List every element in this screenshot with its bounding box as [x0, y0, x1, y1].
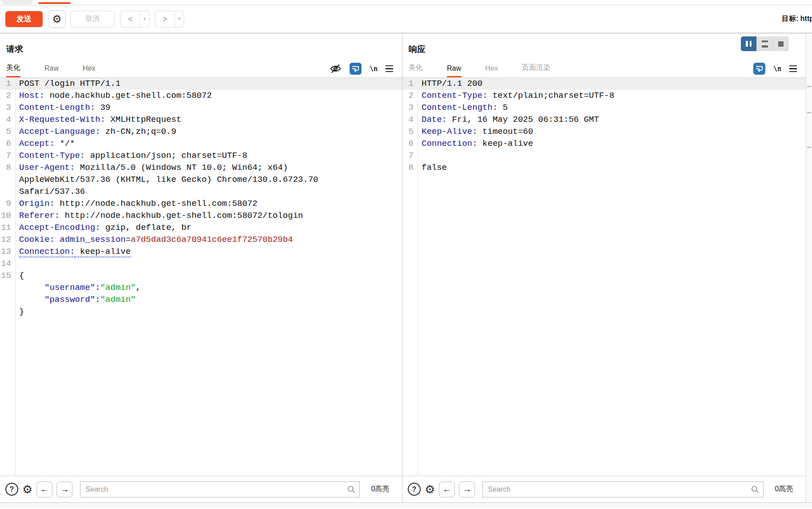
line-text — [15, 258, 19, 270]
code-line[interactable]: 3Content-Length: 39 — [0, 102, 402, 114]
layout-rows-button[interactable] — [757, 36, 773, 51]
find-previous-button[interactable]: ← — [439, 481, 455, 497]
code-line[interactable]: AppleWebKit/537.36 (KHTML, like Gecko) C… — [0, 174, 402, 186]
newline-marker-icon[interactable]: \n — [370, 65, 378, 73]
magnifier-icon — [347, 485, 356, 494]
code-line[interactable]: 11Accept-Encoding: gzip, deflate, br — [0, 222, 402, 234]
code-line[interactable]: 5Keep-Alive: timeout=60 — [402, 126, 806, 138]
line-number: 9 — [0, 198, 15, 210]
response-editor[interactable]: 1HTTP/1.1 2002Content-Type: text/plain;c… — [402, 77, 806, 476]
tab-request-raw[interactable]: Raw — [44, 64, 59, 77]
line-text: AppleWebKit/537.36 (KHTML, like Gecko) C… — [15, 174, 318, 186]
line-number: 5 — [0, 126, 15, 138]
response-search-input[interactable] — [482, 481, 764, 497]
layout-columns-button[interactable] — [741, 36, 757, 51]
line-text: HTTP/1.1 200 — [418, 78, 482, 90]
code-line[interactable]: } — [0, 306, 402, 318]
layout-single-button[interactable] — [773, 36, 789, 51]
code-line[interactable]: 4X-Requested-With: XMLHttpRequest — [0, 114, 402, 126]
history-forward-split-button[interactable]: > ▼ — [155, 11, 184, 28]
line-text: User-Agent: Mozilla/5.0 (Windows NT 10.0… — [15, 162, 288, 174]
code-line[interactable]: 9Origin: http://node.hackhub.get-shell.c… — [0, 198, 402, 210]
tab-response-pretty[interactable]: 美化 — [409, 63, 423, 77]
find-previous-button[interactable]: ← — [36, 481, 52, 497]
code-line[interactable]: 14 — [0, 258, 402, 270]
line-number — [0, 282, 15, 294]
code-line[interactable]: 13Connection: keep-alive — [0, 246, 402, 258]
forward-chevron-icon[interactable]: > — [155, 11, 175, 27]
code-line[interactable]: 15{ — [0, 270, 402, 282]
line-number — [0, 306, 15, 318]
search-help-icon[interactable]: ? — [5, 483, 18, 496]
code-line[interactable]: 1POST /login HTTP/1.1 — [0, 78, 402, 90]
line-number: 3 — [0, 102, 15, 114]
code-line[interactable]: 10Referer: http://node.hackhub.get-shell… — [0, 210, 402, 222]
code-line[interactable]: 2Content-Type: text/plain;charset=UTF-8 — [402, 90, 806, 102]
response-search-field-wrap — [482, 481, 764, 497]
code-line[interactable]: 1HTTP/1.1 200 — [402, 78, 806, 90]
tab-response-raw[interactable]: Raw — [447, 64, 461, 77]
history-back-split-button[interactable]: < ▼ — [120, 11, 149, 28]
cancel-button[interactable]: 取消 — [70, 11, 115, 28]
line-number — [0, 294, 15, 306]
code-line[interactable]: 8false — [402, 162, 806, 174]
tab-response-render[interactable]: 页面渲染 — [522, 63, 550, 77]
forward-dropdown-caret-icon[interactable]: ▼ — [175, 11, 184, 27]
magnifier-icon — [751, 485, 760, 494]
line-text: "password":"admin" — [15, 294, 136, 306]
line-number: 8 — [0, 162, 15, 174]
code-line[interactable]: 12Cookie: admin_session=a7d5dad3c6a70941… — [0, 234, 402, 246]
editor-menu-icon[interactable] — [789, 65, 797, 72]
code-line[interactable]: 8User-Agent: Mozilla/5.0 (Windows NT 10.… — [0, 162, 402, 174]
inactive-repeater-tab[interactable] — [1, 0, 33, 4]
newline-marker-icon[interactable]: \n — [773, 65, 781, 73]
line-number — [0, 174, 15, 186]
back-dropdown-caret-icon[interactable]: ▼ — [140, 11, 149, 27]
tab-request-hex[interactable]: Hex — [83, 64, 95, 77]
tab-request-pretty[interactable]: 美化 — [6, 63, 20, 77]
line-number: 15 — [0, 270, 15, 282]
code-line[interactable]: 7 — [402, 150, 806, 162]
target-label: 目标: http — [782, 14, 812, 24]
request-search-field-wrap — [80, 481, 360, 497]
back-chevron-icon[interactable]: < — [121, 11, 140, 27]
code-line[interactable]: "username":"admin", — [0, 282, 402, 294]
editor-menu-icon[interactable] — [386, 65, 393, 72]
code-line[interactable]: Safari/537.36 — [0, 186, 402, 198]
code-line[interactable]: 5Accept-Language: zh-CN,zh;q=0.9 — [0, 126, 402, 138]
code-line[interactable]: 7Content-Type: application/json; charset… — [0, 150, 402, 162]
code-line[interactable]: 6Connection: keep-alive — [402, 138, 806, 150]
line-number: 8 — [402, 162, 418, 174]
line-text: Content-Length: 5 — [418, 102, 508, 114]
hide-invisible-chars-icon[interactable] — [330, 63, 342, 75]
code-line[interactable]: 6Accept: */* — [0, 138, 402, 150]
line-text: Accept-Language: zh-CN,zh;q=0.9 — [15, 126, 176, 138]
code-line[interactable]: 2Host: node.hackhub.get-shell.com:58072 — [0, 90, 402, 102]
request-search-bar: ? ⚙ ← → 0高亮 — [0, 476, 402, 502]
word-wrap-icon[interactable] — [753, 63, 765, 75]
search-settings-icon[interactable]: ⚙ — [425, 484, 435, 495]
code-line[interactable]: "password":"admin" — [0, 294, 402, 306]
code-line[interactable]: 3Content-Length: 5 — [402, 102, 806, 114]
line-text: Content-Type: application/json; charset=… — [15, 150, 247, 162]
line-number: 3 — [402, 102, 418, 114]
send-settings-button[interactable]: ⚙ — [48, 10, 66, 28]
word-wrap-icon[interactable] — [350, 63, 362, 75]
search-help-icon[interactable]: ? — [408, 483, 421, 496]
find-next-button[interactable]: → — [459, 481, 475, 497]
request-editor-icons: \n — [330, 63, 393, 77]
request-editor[interactable]: 1POST /login HTTP/1.12Host: node.hackhub… — [0, 77, 402, 476]
search-settings-icon[interactable]: ⚙ — [22, 484, 32, 495]
line-number: 6 — [0, 138, 15, 150]
line-text: Connection: keep-alive — [15, 246, 131, 258]
tab-response-hex[interactable]: Hex — [485, 64, 498, 77]
code-line[interactable]: 4Date: Fri, 16 May 2025 06:31:56 GMT — [402, 114, 806, 126]
line-text: "username":"admin", — [15, 282, 141, 294]
request-search-input[interactable] — [80, 481, 360, 497]
repeater-toolbar: 发送 ⚙ 取消 < ▼ > ▼ 目标: http — [0, 5, 812, 34]
window-scrollbar[interactable] — [806, 34, 812, 502]
send-button[interactable]: 发送 — [5, 11, 43, 27]
line-text: Safari/537.36 — [15, 186, 85, 198]
find-next-button[interactable]: → — [56, 481, 72, 497]
tab-strip — [0, 0, 812, 5]
